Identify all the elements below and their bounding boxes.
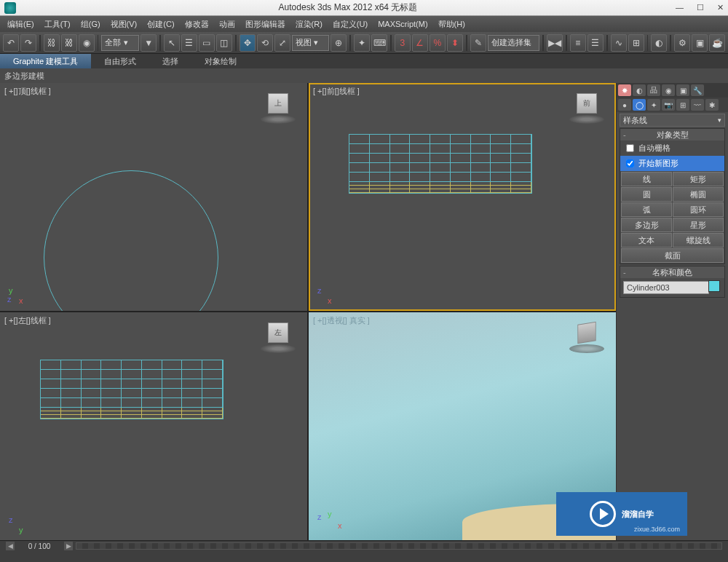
selection-scope-dropdown[interactable]: 全部 ▾ [101,35,139,51]
viewport-label-top[interactable]: [ +[]顶[]线框 ] [4,86,51,97]
timeline-next-button[interactable]: ▶ [64,542,73,550]
category-dropdown[interactable]: 样条线 [620,114,725,127]
btn-rectangle[interactable]: 矩形 [673,172,724,186]
curve-editor-button[interactable]: ∿ [611,34,627,52]
redo-button[interactable]: ↷ [20,34,36,52]
btn-ngon[interactable]: 多边形 [621,218,672,232]
object-name-input[interactable] [623,281,709,294]
spacewarps-icon[interactable]: 〰 [691,99,704,111]
btn-section[interactable]: 截面 [621,248,724,263]
viewcube-left[interactable]: 左 [261,318,296,353]
menu-create[interactable]: 创建(C) [147,19,174,30]
viewcube-front[interactable]: 前 [569,89,604,124]
cameras-icon[interactable]: 📷 [662,99,675,111]
create-tab-icon[interactable]: ✸ [618,84,631,96]
pivot-button[interactable]: ⊕ [331,34,347,52]
snap-button[interactable]: 3 [395,34,411,52]
shapes-icon[interactable]: ◯ [633,99,646,111]
btn-line[interactable]: 线 [621,172,672,186]
viewport-label-persp[interactable]: [ +[]透视[] 真实 ] [313,315,370,326]
render-button[interactable]: ☕ [709,34,725,52]
viewcube-persp[interactable] [569,318,604,353]
btn-helix[interactable]: 螺旋线 [673,233,724,248]
name-color-header[interactable]: -名称和颜色 [620,266,724,278]
menu-rendering[interactable]: 渲染(R) [296,19,323,30]
minimize-button[interactable]: — [676,3,684,12]
manipulate-button[interactable]: ✦ [354,34,370,52]
startnew-checkbox[interactable]: 开始新图形 [620,156,724,171]
btn-circle[interactable]: 圆 [621,187,672,202]
select-rect-button[interactable]: ▭ [199,34,215,52]
modify-tab-icon[interactable]: ◐ [633,84,646,96]
rotate-button[interactable]: ⟲ [257,34,273,52]
geometry-icon[interactable]: ● [618,99,631,111]
select-name-button[interactable]: ☰ [181,34,197,52]
timeline-track[interactable] [76,542,722,550]
maximize-button[interactable]: ☐ [697,3,704,12]
material-editor-button[interactable]: ◐ [651,34,667,52]
menu-customize[interactable]: 自定义(U) [333,19,368,30]
viewport-label-front[interactable]: [ +[]前[]线框 ] [313,86,360,97]
mirror-button[interactable]: ▶◀ [547,34,563,52]
btn-donut[interactable]: 圆环 [673,202,724,217]
viewcube-top[interactable]: 上 [261,89,296,124]
motion-tab-icon[interactable]: ◉ [662,84,675,96]
wireframe-grid-left[interactable] [40,360,223,419]
align-button[interactable]: ≡ [570,34,586,52]
viewport-left[interactable]: [ +[]左[]线框 ] 左 zy [0,312,307,540]
viewport-label-left[interactable]: [ +[]左[]线框 ] [4,315,51,326]
display-tab-icon[interactable]: ▣ [676,84,689,96]
ribbon-polymodel-label[interactable]: 多边形建模 [4,71,44,82]
percent-snap-button[interactable]: % [430,34,446,52]
viewport-front[interactable]: [ +[]前[]线框 ] 前 zx [309,83,616,311]
tab-graphite[interactable]: Graphite 建模工具 [0,54,91,68]
filter-button[interactable]: ▼ [141,34,157,52]
tab-objpaint[interactable]: 对象绘制 [191,54,250,68]
viewport-top[interactable]: [ +[]顶[]线框 ] 上 yxz [0,83,307,311]
menu-modifiers[interactable]: 修改器 [185,19,209,30]
autogrid-checkbox[interactable]: 自动栅格 [620,140,724,156]
btn-text[interactable]: 文本 [621,233,672,248]
utilities-tab-icon[interactable]: 🔧 [691,84,704,96]
edit-named-sel-button[interactable]: ✎ [470,34,486,52]
bind-button[interactable]: ◉ [79,34,95,52]
menu-help[interactable]: 帮助(H) [438,19,465,30]
wireframe-grid-front[interactable] [349,134,532,194]
undo-button[interactable]: ↶ [3,34,19,52]
angle-snap-button[interactable]: ∠ [412,34,428,52]
menu-edit[interactable]: 编辑(E) [7,19,34,30]
menu-group[interactable]: 组(G) [81,19,100,30]
btn-star[interactable]: 星形 [673,218,724,232]
move-button[interactable]: ✥ [240,34,256,52]
keyboard-button[interactable]: ⌨ [371,34,387,52]
refcoord-dropdown[interactable]: 视图 ▾ [292,35,330,51]
btn-ellipse[interactable]: 椭圆 [673,187,724,202]
window-crossing-button[interactable]: ◫ [216,34,232,52]
named-selset-dropdown[interactable]: 创建选择集 [488,35,540,51]
link-button[interactable]: ⛓ [44,34,60,52]
tab-selection[interactable]: 选择 [149,54,191,68]
select-button[interactable]: ↖ [164,34,180,52]
menu-grapheditors[interactable]: 图形编辑器 [245,19,285,30]
scale-button[interactable]: ⤢ [274,34,290,52]
color-swatch[interactable] [708,280,720,292]
spinner-snap-button[interactable]: ⬍ [447,34,463,52]
menu-maxscript[interactable]: MAXScript(M) [378,20,427,28]
timeline-prev-button[interactable]: ◀ [6,542,15,550]
schematic-button[interactable]: ⊞ [628,34,644,52]
tab-freeform[interactable]: 自由形式 [91,54,149,68]
render-frame-button[interactable]: ▣ [692,34,708,52]
layers-button[interactable]: ☰ [587,34,604,52]
wireframe-circle[interactable] [44,170,218,311]
menu-tools[interactable]: 工具(T) [44,19,71,30]
render-setup-button[interactable]: ⚙ [674,34,690,52]
lights-icon[interactable]: ✦ [647,99,660,111]
helpers-icon[interactable]: ⊞ [676,99,689,111]
unlink-button[interactable]: ⛓̸ [61,34,77,52]
close-button[interactable]: ✕ [717,3,724,12]
systems-icon[interactable]: ✱ [705,99,719,111]
menu-animation[interactable]: 动画 [219,19,235,30]
hierarchy-tab-icon[interactable]: 品 [647,84,660,96]
btn-arc[interactable]: 弧 [621,202,672,217]
object-type-header[interactable]: -对象类型 [620,129,724,140]
